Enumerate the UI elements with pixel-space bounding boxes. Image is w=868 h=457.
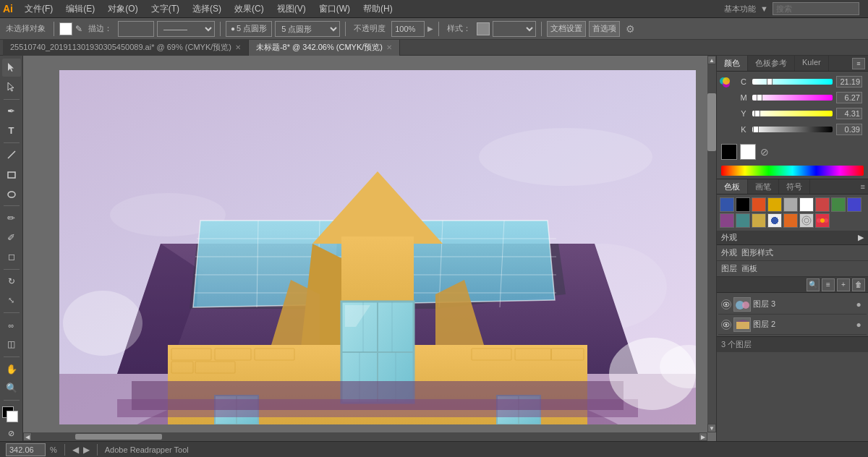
transform-section-header[interactable]: 外观 ▶ (717, 231, 868, 245)
pen-tool[interactable]: ✒ (2, 103, 21, 121)
menu-view[interactable]: 视图(V) (271, 1, 312, 17)
k-value-input[interactable]: 0.39 (836, 124, 862, 135)
stroke-icon[interactable]: ✎ (75, 24, 82, 34)
swatch-gray[interactable] (783, 197, 798, 212)
menu-file[interactable]: 文件(F) (19, 1, 59, 17)
swatch-pattern-dot[interactable] (767, 213, 782, 228)
color-tab-color[interactable]: 颜色 (717, 56, 748, 71)
color-tab-guide[interactable]: 色板参考 (748, 56, 795, 71)
layer-row-2[interactable]: 图层 2 ● (718, 315, 867, 335)
m-slider-wrap[interactable] (752, 95, 833, 101)
gradient-tool[interactable]: ◫ (2, 336, 21, 354)
scale-tool[interactable]: ⤡ (2, 291, 21, 309)
blend-tool[interactable]: ∞ (2, 316, 21, 334)
swatch-flower[interactable] (815, 213, 830, 228)
ellipse-tool[interactable] (2, 185, 21, 203)
canvas-area[interactable]: ▲ ▼ ◀ ▶ (23, 56, 716, 441)
scroll-thumb-v[interactable] (707, 93, 716, 151)
y-slider-thumb[interactable] (754, 111, 760, 116)
swatch-black[interactable] (736, 197, 750, 212)
rect-tool[interactable] (2, 166, 21, 184)
swatch-green[interactable] (831, 197, 846, 212)
layer-3-lock-icon[interactable]: ● (854, 299, 864, 309)
tab-1[interactable]: 未标题-8* @ 342.06% (CMYK/预览) ✕ (249, 40, 400, 56)
menu-select[interactable]: 选择(S) (187, 1, 227, 17)
symbol-tab[interactable]: 符号 (779, 179, 810, 194)
swatch-orange[interactable] (783, 213, 798, 228)
y-slider-wrap[interactable] (752, 111, 833, 116)
swatch-blue[interactable] (720, 197, 734, 212)
c-value-input[interactable]: 21.19 (836, 76, 862, 87)
layer-options-btn[interactable]: ≡ (822, 278, 835, 291)
stroke-value-input[interactable] (118, 21, 154, 37)
scroll-thumb-h[interactable] (75, 434, 162, 440)
new-layer-btn[interactable]: + (837, 278, 850, 291)
color-panel-menu-btn[interactable]: ≡ (852, 58, 865, 69)
scroll-left-btn[interactable]: ◀ (23, 432, 32, 441)
background-swatch[interactable] (740, 144, 756, 160)
toolbox-bg-swatch[interactable] (7, 411, 18, 422)
swatch-purple[interactable] (720, 213, 734, 228)
menu-effect[interactable]: 效果(C) (229, 1, 270, 17)
opacity-arrow[interactable]: ▶ (427, 25, 433, 33)
m-value-input[interactable]: 6.27 (836, 92, 862, 103)
brush-select[interactable]: 5 点圆形 (275, 21, 340, 37)
layer-2-eye[interactable] (721, 320, 731, 330)
type-tool[interactable]: T (2, 121, 21, 140)
zoom-tool[interactable]: 🔍 (2, 379, 21, 397)
none-swatch[interactable]: ⊘ (8, 429, 14, 438)
style-swatch[interactable] (477, 22, 490, 35)
stroke-type-select[interactable]: ——— (157, 21, 215, 37)
style-select[interactable] (493, 21, 536, 37)
zoom-input[interactable] (6, 443, 46, 456)
menu-object[interactable]: 对象(O) (102, 1, 143, 17)
scroll-track-v[interactable] (707, 64, 716, 424)
swatch-tab[interactable]: 色板 (717, 179, 748, 194)
none-icon[interactable]: ⊘ (760, 146, 769, 158)
swatch-white[interactable] (799, 197, 814, 212)
c-slider-thumb[interactable] (767, 79, 773, 85)
doc-settings-btn[interactable]: 文档设置 (547, 21, 586, 37)
color-tab-kuler[interactable]: Kuler (795, 56, 829, 71)
hand-tool[interactable]: ✋ (2, 360, 21, 378)
layer-row-3[interactable]: 图层 3 ● (718, 294, 867, 315)
scroll-down-btn[interactable]: ▼ (707, 424, 716, 432)
settings-icon[interactable]: ⚙ (626, 23, 635, 35)
layer-3-eye[interactable] (721, 299, 731, 309)
swatch-dark-blue[interactable] (847, 197, 861, 212)
workspace-dropdown-icon[interactable]: ▼ (760, 4, 768, 13)
brush-tool[interactable]: ✏ (2, 209, 21, 227)
tab-0-close[interactable]: ✕ (235, 43, 241, 51)
menu-edit[interactable]: 编辑(E) (60, 1, 101, 17)
c-slider-wrap[interactable] (752, 79, 833, 85)
selection-tool[interactable] (2, 59, 21, 77)
search-input[interactable] (773, 2, 859, 15)
foreground-swatch[interactable] (721, 144, 737, 160)
swatch-panel-menu[interactable]: ≡ (861, 182, 865, 191)
cmyk-mode-icon[interactable] (720, 77, 733, 90)
swatch-light-gray[interactable] (799, 213, 814, 228)
menu-text[interactable]: 文字(T) (145, 1, 185, 17)
rotate-tool[interactable]: ↻ (2, 273, 21, 291)
m-slider-thumb[interactable] (757, 95, 762, 101)
canvas-vertical-scrollbar[interactable]: ▲ ▼ (707, 56, 716, 432)
color-spectrum-bar[interactable] (721, 166, 864, 176)
opacity-input[interactable] (391, 21, 425, 37)
prev-page-btn[interactable]: ◀ (72, 445, 79, 455)
swatch-yellow[interactable] (767, 197, 782, 212)
next-page-btn[interactable]: ▶ (83, 445, 90, 455)
scroll-up-btn[interactable]: ▲ (707, 56, 716, 64)
tab-1-close[interactable]: ✕ (386, 43, 392, 51)
swatch-teal[interactable] (736, 213, 750, 228)
delete-layer-btn[interactable]: 🗑 (852, 278, 865, 291)
preferences-btn[interactable]: 首选项 (589, 21, 620, 37)
tab-0[interactable]: 25510740_201911301930305450089.ai* @ 69%… (3, 40, 249, 56)
layer-2-lock-icon[interactable]: ● (854, 320, 864, 330)
eraser-tool[interactable]: ◻ (2, 248, 21, 266)
k-slider-thumb[interactable] (753, 127, 759, 132)
direct-selection-tool[interactable] (2, 78, 21, 96)
menu-window[interactable]: 窗口(W) (313, 1, 356, 17)
find-layer-btn[interactable]: 🔍 (807, 278, 820, 291)
menu-help[interactable]: 帮助(H) (357, 1, 399, 17)
swatch-gold[interactable] (752, 213, 766, 228)
